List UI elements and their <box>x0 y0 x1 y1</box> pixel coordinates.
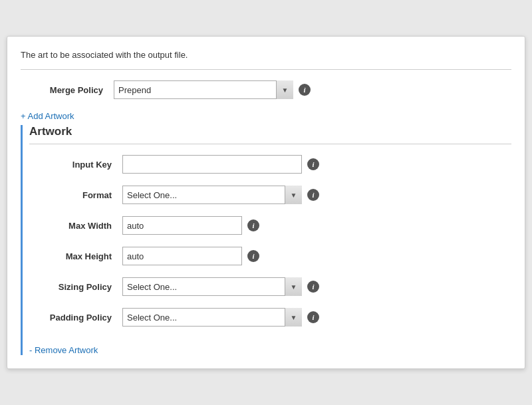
max-width-control: i <box>122 216 259 235</box>
max-width-label: Max Width <box>29 221 122 231</box>
format-select-wrapper[interactable]: Select One... jpg png gif ▼ <box>122 186 302 204</box>
input-key-field[interactable] <box>122 155 302 174</box>
description-text: The art to be associated with the output… <box>21 50 511 70</box>
padding-policy-control: Select One... Pad NoPad ▼ i <box>122 308 319 327</box>
merge-policy-label: Merge Policy <box>21 85 114 95</box>
remove-artwork-container: - Remove Artwork <box>29 338 511 355</box>
format-select[interactable]: Select One... jpg png gif <box>122 186 302 204</box>
input-key-row: Input Key i <box>29 155 511 174</box>
artwork-actions: + Add Artwork <box>21 111 511 122</box>
sizing-policy-select[interactable]: Select One... Fit Fill Stretch Keep <box>122 277 302 296</box>
sizing-policy-info-icon[interactable]: i <box>307 281 319 293</box>
format-label: Format <box>29 190 122 200</box>
sizing-policy-row: Sizing Policy Select One... Fit Fill Str… <box>29 277 511 296</box>
merge-policy-select[interactable]: Prepend Append Replace <box>114 80 293 99</box>
input-key-control: i <box>122 155 319 174</box>
merge-policy-info-icon[interactable]: i <box>299 84 311 96</box>
sizing-policy-select-wrapper[interactable]: Select One... Fit Fill Stretch Keep ▼ <box>122 277 302 296</box>
merge-policy-select-wrapper[interactable]: Prepend Append Replace ▼ <box>114 80 293 99</box>
artwork-section: Artwork Input Key i Format Select One...… <box>21 125 511 355</box>
max-height-field[interactable] <box>122 247 242 265</box>
sizing-policy-label: Sizing Policy <box>29 282 122 292</box>
max-width-row: Max Width i <box>29 216 511 235</box>
padding-policy-row: Padding Policy Select One... Pad NoPad ▼… <box>29 308 511 327</box>
max-width-info-icon[interactable]: i <box>247 219 259 231</box>
format-control: Select One... jpg png gif ▼ i <box>122 186 319 204</box>
format-row: Format Select One... jpg png gif ▼ i <box>29 186 511 204</box>
padding-policy-info-icon[interactable]: i <box>307 311 319 323</box>
main-container: The art to be associated with the output… <box>7 36 525 369</box>
input-key-label: Input Key <box>29 160 122 170</box>
padding-policy-label: Padding Policy <box>29 313 122 323</box>
padding-policy-select-wrapper[interactable]: Select One... Pad NoPad ▼ <box>122 308 302 327</box>
max-height-info-icon[interactable]: i <box>247 250 259 262</box>
padding-policy-select[interactable]: Select One... Pad NoPad <box>122 308 302 327</box>
max-height-label: Max Height <box>29 251 122 261</box>
artwork-section-title: Artwork <box>29 125 511 144</box>
add-artwork-link[interactable]: + Add Artwork <box>21 111 74 121</box>
max-height-control: i <box>122 247 259 265</box>
remove-artwork-link[interactable]: - Remove Artwork <box>29 345 98 355</box>
max-height-row: Max Height i <box>29 247 511 265</box>
input-key-info-icon[interactable]: i <box>307 158 319 170</box>
merge-policy-control: Prepend Append Replace ▼ i <box>114 80 311 99</box>
format-info-icon[interactable]: i <box>307 189 319 201</box>
sizing-policy-control: Select One... Fit Fill Stretch Keep ▼ i <box>122 277 319 296</box>
max-width-field[interactable] <box>122 216 242 235</box>
merge-policy-row: Merge Policy Prepend Append Replace ▼ i <box>21 80 511 99</box>
